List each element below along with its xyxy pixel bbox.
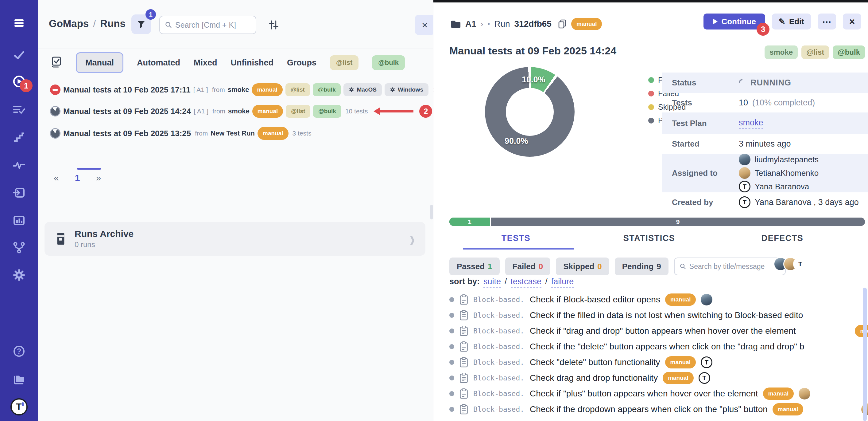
run-tests-count: 3 tests	[292, 130, 312, 137]
check-icon[interactable]	[12, 48, 26, 62]
tests-scrollbar-thumb[interactable]	[863, 288, 867, 421]
tests-search-input[interactable]	[689, 262, 775, 271]
annotation-badge-2: 2	[419, 105, 432, 118]
test-row[interactable]: Block-based... Check if Block-based edit…	[450, 292, 868, 307]
annotation-arrow	[379, 110, 413, 112]
sidebar: 1 ? T	[0, 0, 38, 421]
filter-passed[interactable]: Passed1	[450, 257, 500, 275]
bulk-tag-badge: @bulk	[313, 83, 341, 96]
ellipsis-icon: ⋯	[822, 16, 832, 27]
test-row[interactable]: Block-based... Check "delete" button fun…	[450, 355, 868, 370]
breadcrumb-folder[interactable]: A1	[465, 19, 476, 29]
more-button[interactable]: ⋯	[818, 13, 836, 29]
bulk-tag[interactable]: @bulk	[833, 46, 865, 59]
view-settings-icon[interactable]	[267, 18, 281, 32]
run-row[interactable]: Manual tests at 09 Feb 2025 14:24 [ A1 ]…	[50, 104, 430, 119]
plan-link[interactable]: smoke	[739, 118, 763, 129]
left-scrollbar-thumb[interactable]	[430, 205, 433, 219]
edit-button[interactable]: ✎ Edit	[772, 13, 811, 29]
tab-automated[interactable]: Automated	[137, 58, 180, 67]
assigned-label: Assigned to	[662, 168, 739, 178]
list-check-icon[interactable]	[12, 103, 26, 117]
tab-groups[interactable]: Groups	[287, 58, 316, 67]
avatar-letter: T	[16, 402, 22, 411]
legend-dot-passed	[648, 77, 654, 83]
bar-chart-icon[interactable]	[12, 213, 26, 227]
tab-unfinished[interactable]: Unfinished	[231, 58, 274, 67]
tab-defects[interactable]: DEFECTS	[716, 233, 849, 243]
clipboard-icon	[459, 357, 468, 368]
run-breadcrumb: A1 › • Run 312dfb65 manual	[451, 16, 602, 33]
sort-by-testcase[interactable]: testcase	[511, 277, 542, 288]
run-ref: [ A1 ]	[194, 108, 208, 115]
folders-icon[interactable]	[12, 372, 26, 386]
run-ref: [ A1 ]	[193, 86, 208, 93]
sort-by-suite[interactable]: suite	[484, 277, 501, 288]
manual-badge: manual	[252, 83, 283, 96]
test-suite: Block-based...	[473, 390, 525, 398]
help-icon[interactable]: ?	[12, 344, 26, 358]
test-row[interactable]: Block-based... Check if the dropdown app…	[450, 402, 868, 417]
project-name[interactable]: GoMaps	[49, 18, 89, 29]
current-page[interactable]: 1	[75, 173, 80, 183]
test-row[interactable]: Block-based... Check if the "delete" but…	[450, 339, 868, 354]
macos-badge: MacOS	[343, 83, 381, 96]
run-title: Manual tests at 09 Feb 2025 13:25	[63, 129, 191, 138]
branch-icon[interactable]	[12, 240, 26, 254]
run-row[interactable]: Manual tests at 09 Feb 2025 13:25 from N…	[50, 126, 430, 141]
tests-search[interactable]	[674, 257, 786, 275]
user-avatar-logo[interactable]: T	[10, 398, 28, 416]
import-icon[interactable]	[12, 186, 26, 200]
assignee-avatar-stack[interactable]: T	[773, 257, 807, 271]
smoke-tag[interactable]: smoke	[765, 46, 798, 59]
tab-statistics[interactable]: STATISTICS	[583, 233, 716, 243]
folder-icon	[451, 19, 461, 29]
tab-tag-list[interactable]: @list	[330, 55, 359, 70]
test-row[interactable]: Block-based... Check if "plus" button ap…	[450, 386, 868, 401]
run-actions: Continue 3 ✎ Edit ⋯ ×	[704, 13, 861, 29]
chevron-right-icon: ›	[410, 228, 415, 250]
tab-tests[interactable]: TESTS	[450, 233, 583, 243]
prev-page-button[interactable]: «	[54, 173, 59, 183]
started-value: 3 minutes ago	[739, 139, 791, 149]
sort-by-failure[interactable]: failure	[551, 277, 574, 288]
copy-run-id-button[interactable]	[558, 19, 567, 29]
close-icon: ×	[849, 16, 855, 27]
tab-mixed[interactable]: Mixed	[194, 58, 217, 67]
test-title: Check if the dropdown appears when click…	[530, 404, 768, 414]
tests-completed: (10% completed)	[752, 98, 815, 108]
test-row[interactable]: Block-based... Check if the filled in da…	[450, 308, 868, 323]
clipboard-icon	[459, 326, 468, 336]
activity-icon[interactable]	[12, 158, 26, 172]
edit-label: Edit	[789, 17, 804, 26]
search-input[interactable]	[175, 21, 249, 29]
tab-tag-bulk[interactable]: @bulk	[372, 55, 405, 70]
filter-count: 9	[656, 262, 661, 271]
runs-list-panel: GoMaps / Runs 1 × Manual Automated Mixed…	[38, 0, 433, 421]
select-all-icon[interactable]	[50, 56, 62, 69]
next-page-button[interactable]: »	[96, 173, 101, 183]
menu-icon[interactable]	[12, 16, 26, 30]
pagination-indicator	[77, 168, 101, 170]
list-tag[interactable]: @list	[801, 46, 829, 59]
filter-skipped[interactable]: Skipped0	[556, 257, 609, 275]
run-row[interactable]: Manual tests at 10 Feb 2025 17:11 [ A1 ]…	[50, 82, 430, 97]
list-tag-badge: @list	[285, 83, 310, 96]
global-search[interactable]	[159, 16, 256, 34]
runs-archive-card[interactable]: Runs Archive 0 runs ›	[44, 222, 425, 256]
gear-icon[interactable]	[12, 268, 26, 282]
close-detail-button[interactable]: ×	[843, 13, 861, 29]
avatar	[739, 153, 750, 165]
donut-passed-label: 10.0%	[522, 75, 546, 85]
continue-button[interactable]: Continue 3	[704, 13, 765, 29]
close-panel-button[interactable]: ×	[415, 15, 435, 35]
steps-icon[interactable]	[12, 130, 26, 144]
tab-manual[interactable]: Manual	[76, 52, 123, 73]
filter-pending[interactable]: Pending9	[615, 257, 669, 275]
filter-failed[interactable]: Failed0	[505, 257, 551, 275]
copy-icon	[558, 19, 567, 29]
test-suite: Block-based...	[473, 405, 525, 413]
test-row[interactable]: Block-based... Check drag and drop funct…	[450, 370, 868, 386]
test-row[interactable]: Block-based... Check if "drag and drop" …	[450, 323, 868, 339]
test-title: Check if the "delete" button appears whe…	[530, 342, 804, 352]
